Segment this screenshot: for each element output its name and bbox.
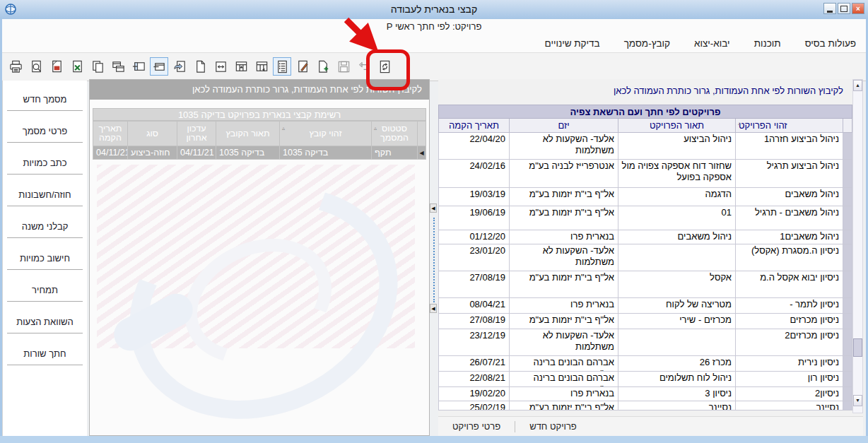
project-row[interactable]: ניסיון ה.מסגרת (אקסל) אלעד- השקעות לא מש… — [438, 244, 852, 271]
projects-footer: פרטי פרויקט פרויקט חדש — [438, 416, 863, 436]
close-icon[interactable]: × — [852, 3, 864, 14]
sort-asc-icon: ▵ — [282, 124, 285, 133]
document-width-icon[interactable] — [211, 57, 230, 76]
window-pin-icon[interactable] — [150, 57, 168, 76]
scroll-up-icon[interactable]: ▲ — [853, 80, 862, 91]
send-document-icon[interactable] — [170, 57, 189, 76]
files-col-last-update[interactable]: עדכון אחרון — [177, 121, 216, 146]
document-edit-icon[interactable] — [293, 57, 312, 76]
cell-created: 24/02/16 — [438, 160, 509, 188]
refresh-document-icon[interactable] — [375, 57, 394, 76]
sidebar-item-subcontractors[interactable]: קבלני משנה — [7, 219, 83, 238]
cell-created: 19/06/19 — [438, 206, 509, 230]
sidebar-item-costing[interactable]: תמחיר — [7, 283, 83, 302]
project-row[interactable]: ניסיון נירית מכרז 26 אברהם הבונים ברינה … — [438, 356, 852, 372]
cascade-windows-icon[interactable] — [109, 57, 127, 76]
splitter-line — [433, 218, 435, 302]
sidebar-item-quantity-calc[interactable]: חישוב כמויות — [7, 251, 83, 270]
print-icon[interactable] — [6, 57, 25, 76]
copy-rows-icon[interactable] — [88, 57, 107, 76]
files-col-file-id[interactable]: זהוי קובץ▵ — [279, 121, 371, 146]
cell-created: 08/04/21 — [438, 298, 509, 314]
projects-group-hint: לקיבוץ השורות לפי אחת העמודות, גרור כותר… — [614, 85, 843, 96]
project-row[interactable]: ניסיון רון ניהול לוח תשלומים אברהם הבוני… — [438, 372, 852, 387]
cell-owner: בנארית פרו — [509, 230, 618, 244]
project-row[interactable]: ניסיון יבוא אקסל ה.מ אקסל אל"ף בי"ת יזמו… — [438, 271, 852, 298]
sidebar-item-row-section[interactable]: חתך שורות — [7, 346, 83, 365]
sidebar-item-contract-accounts[interactable]: חוזה/חשבונות — [7, 187, 83, 206]
menu-bar: פעולות בסיס תוכנות יבוא-יצוא קובץ-מסמך ב… — [2, 35, 866, 53]
sidebar-item-new-document[interactable]: מסמך חדש — [7, 92, 83, 111]
project-row[interactable]: ניסיון מכרזים2 אלעד- השקעות לא משתלמות 2… — [438, 329, 852, 356]
project-details-button[interactable]: פרטי פרויקט — [445, 420, 508, 433]
sidebar-item-bill-of-quantities[interactable]: כתב כמויות — [7, 155, 83, 175]
cell-owner: אל"ף בי"ת יזמות בע"מ — [509, 188, 618, 206]
export-pdf-icon[interactable] — [47, 57, 66, 76]
cell-created: 22/08/21 — [438, 372, 509, 387]
files-row[interactable]: ◀ תקף בדיקה 1035 בדיקה 1035 04/11/21 חוז… — [93, 146, 426, 160]
new-document-icon[interactable] — [191, 57, 209, 76]
projects-col-desc[interactable]: תאור הפרויקט — [618, 119, 735, 133]
project-row[interactable]: ניהול משאבים - תרגיל 01 אל"ף בי"ת יזמות … — [438, 206, 852, 230]
save-icon[interactable] — [334, 57, 353, 76]
files-col-created[interactable]: תאריך הקמה — [93, 121, 127, 146]
files-col-status[interactable]: סטטוס המסמך▵ — [371, 121, 417, 146]
sidebar-item-document-details[interactable]: פרטי מסמך — [7, 124, 83, 143]
window-export-icon[interactable] — [129, 57, 148, 76]
projects-marker-header — [843, 119, 852, 133]
cell-owner: אברהם הבונים ברינה בע"מ — [509, 372, 618, 387]
cell-created: 19/02/20 — [438, 387, 509, 401]
print-preview-icon[interactable] — [27, 57, 45, 76]
cell-project-desc: מכרזים - שירי — [618, 314, 735, 329]
menu-basic-actions[interactable]: פעולות בסיס — [805, 38, 856, 49]
restore-icon[interactable] — [838, 3, 850, 14]
project-row[interactable]: ניהול הביצוע חזרה1 ניהול הביצוע אלעד- הש… — [438, 133, 852, 160]
menu-import-export[interactable]: יבוא-יצוא — [694, 38, 730, 49]
projects-col-owner[interactable]: יזם — [509, 119, 618, 133]
cell-project-id: ניהול משאבים - תרגיל — [735, 206, 843, 230]
minimize-icon[interactable] — [823, 3, 836, 14]
scroll-thumb[interactable] — [853, 338, 862, 357]
project-row[interactable]: ניסיון2 ניסיון 3 בנארית פרו 19/02/20 — [438, 387, 852, 401]
scroll-down-icon[interactable]: ▼ — [853, 395, 862, 406]
menu-file-document[interactable]: קובץ-מסמך — [624, 38, 670, 49]
projects-scrollbar[interactable]: ▲ ▼ — [852, 79, 863, 413]
cell-project-id: ניסיון נירית — [735, 356, 843, 372]
table-update-icon[interactable] — [252, 57, 271, 76]
export-excel-icon[interactable] — [68, 57, 86, 76]
window-title: קבצי בנארית לעבודה — [0, 4, 868, 15]
projects-col-created[interactable]: תאריך הקמה — [438, 119, 509, 133]
projects-col-id[interactable]: זהוי הפרויקט▵ — [735, 119, 843, 133]
cell-created: 25/02/19 — [438, 401, 509, 410]
cell-project-id: ניסיון מכרזים — [735, 314, 843, 329]
files-col-type[interactable]: סוג — [127, 121, 177, 146]
sidebar-item-compare-bids[interactable]: השוואת הצעות — [7, 314, 83, 333]
projects-table: פרויקטים לפי חתך ועם הרשאת צפיה זהוי הפר… — [438, 105, 852, 410]
cell-project-desc: הדגמה — [618, 188, 735, 206]
project-row[interactable]: ניהול הביצוע תרגיל שחזור דוח אספקה צפויה… — [438, 160, 852, 188]
project-row[interactable]: ניסיון מכרזים מכרזים - שירי אל"ף בי"ת יז… — [438, 314, 852, 329]
toolbar-icons — [6, 57, 394, 76]
project-row[interactable]: נסיינר נסיינר אל"ף בי"ת יזמות בע"מ 25/02… — [438, 401, 852, 410]
project-row[interactable]: ניהול משאבים הדגמה אל"ף בי"ת יזמות בע"מ … — [438, 188, 852, 206]
files-col-file-desc[interactable]: תאור הקובץ — [216, 121, 279, 146]
cell-project-desc — [618, 329, 735, 356]
cell-project-id: ניהול משאבים1 — [735, 230, 843, 244]
list-view-icon[interactable] — [273, 57, 291, 76]
project-row[interactable]: ניהול משאבים1 ניהול משאבים בנארית פרו 01… — [438, 230, 852, 244]
cell-owner: אלעד- השקעות לא משתלמות — [509, 133, 618, 160]
title-bar: קבצי בנארית לעבודה × — [0, 0, 868, 20]
menu-change-check[interactable]: בדיקת שינויים — [545, 38, 600, 49]
new-project-button[interactable]: פרויקט חדש — [522, 420, 584, 433]
collapse-left-icon[interactable]: ◀ — [430, 304, 437, 313]
panel-splitter[interactable]: ◀ ◀ — [430, 79, 438, 436]
table-insert-icon[interactable] — [232, 57, 250, 76]
document-add-icon[interactable] — [314, 57, 332, 76]
project-row[interactable]: ניסיון לתמר - מטריצה של לקוח בנארית פרו … — [438, 298, 852, 314]
cell-type: חוזה-ביצוע — [127, 146, 177, 160]
menu-software[interactable]: תוכנות — [754, 38, 781, 49]
collapse-left-icon[interactable]: ◀ — [430, 203, 437, 213]
cell-last-update: 04/11/21 — [177, 146, 216, 160]
files-panel: לקיבוץ השורות לפי אחת העמודות, גרור כותר… — [89, 79, 430, 436]
undo-icon[interactable] — [355, 57, 373, 76]
